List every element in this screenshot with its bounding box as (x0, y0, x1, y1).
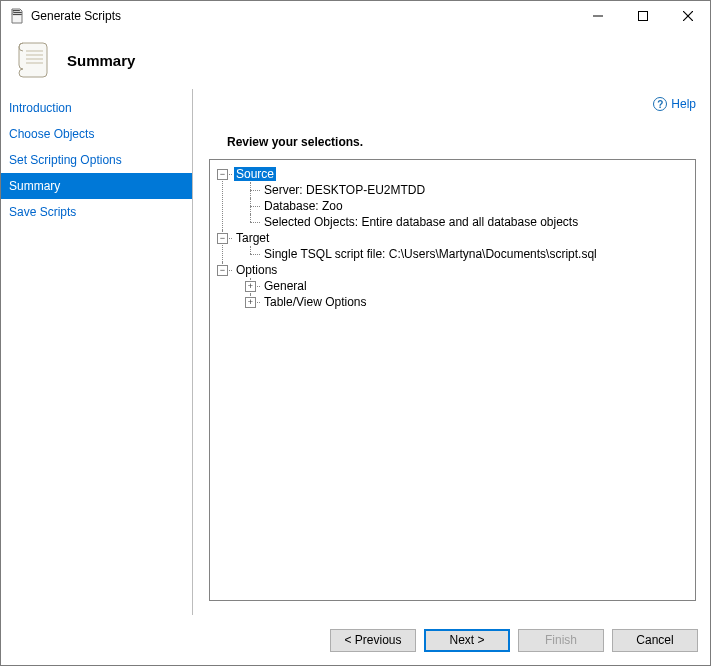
tree-node-source[interactable]: Source (234, 167, 276, 181)
close-button[interactable] (665, 1, 710, 31)
window-title: Generate Scripts (31, 9, 121, 23)
tree-node-target[interactable]: Target (234, 231, 271, 245)
tree-node-server[interactable]: Server: DESKTOP-EU2MTDD (262, 183, 427, 197)
tree-node-database[interactable]: Database: Zoo (262, 199, 345, 213)
tree-node-target-file[interactable]: Single TSQL script file: C:\Users\Martyn… (262, 247, 599, 261)
spacer (209, 601, 696, 615)
maximize-button[interactable] (620, 1, 665, 31)
wizard-footer: < Previous Next > Finish Cancel (1, 615, 710, 665)
tree-expander[interactable]: − (217, 233, 228, 244)
help-link[interactable]: ? Help (653, 97, 696, 111)
tree-expander[interactable]: − (217, 169, 228, 180)
app-icon (9, 8, 25, 24)
tree-node-selected-objects[interactable]: Selected Objects: Entire database and al… (262, 215, 580, 229)
tree-expander[interactable]: + (245, 297, 256, 308)
titlebar: Generate Scripts (1, 1, 710, 31)
wizard-body: Introduction Choose Objects Set Scriptin… (1, 89, 710, 615)
sidebar-item-set-scripting-options[interactable]: Set Scripting Options (1, 147, 192, 173)
sidebar-item-summary[interactable]: Summary (1, 173, 192, 199)
window-controls (575, 1, 710, 31)
script-icon (13, 39, 55, 81)
cancel-button[interactable]: Cancel (612, 629, 698, 652)
tree-expander[interactable]: − (217, 265, 228, 276)
sidebar: Introduction Choose Objects Set Scriptin… (1, 89, 193, 615)
help-icon: ? (653, 97, 667, 111)
sidebar-item-introduction[interactable]: Introduction (1, 95, 192, 121)
minimize-button[interactable] (575, 1, 620, 31)
summary-tree: − Source Server: DESKTOP-EU2MTDD Databas… (209, 159, 696, 601)
next-button[interactable]: Next > (424, 629, 510, 652)
tree-node-options[interactable]: Options (234, 263, 279, 277)
page-title: Summary (67, 52, 135, 69)
sidebar-item-choose-objects[interactable]: Choose Objects (1, 121, 192, 147)
sidebar-item-save-scripts[interactable]: Save Scripts (1, 199, 192, 225)
wizard-window: Generate Scripts Summary (0, 0, 711, 666)
wizard-header: Summary (1, 31, 710, 89)
main-content: ? Help Review your selections. − Source … (193, 89, 710, 615)
tree-expander[interactable]: + (245, 281, 256, 292)
svg-rect-1 (638, 12, 647, 21)
tree-node-table-view-options[interactable]: Table/View Options (262, 295, 369, 309)
finish-button[interactable]: Finish (518, 629, 604, 652)
previous-button[interactable]: < Previous (330, 629, 416, 652)
tree-node-general[interactable]: General (262, 279, 309, 293)
review-heading: Review your selections. (227, 135, 696, 149)
help-label: Help (671, 97, 696, 111)
